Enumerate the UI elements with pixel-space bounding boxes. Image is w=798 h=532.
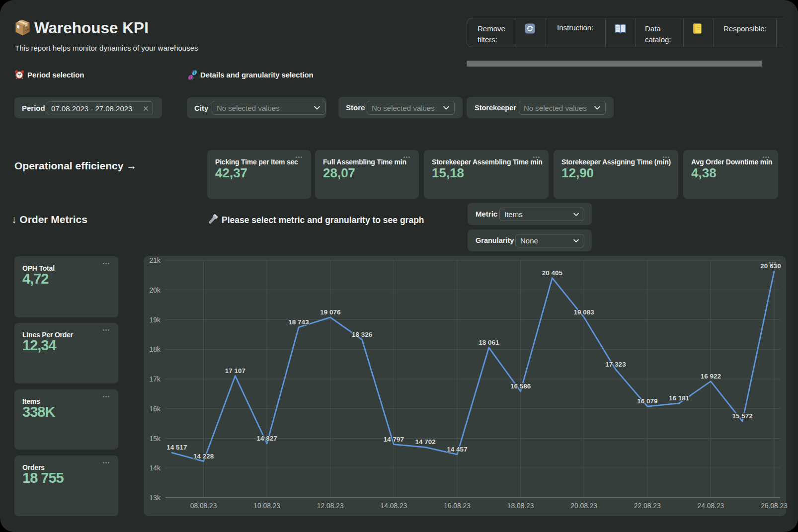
svg-text:18.08.23: 18.08.23 <box>507 502 534 510</box>
svg-text:14.08.23: 14.08.23 <box>381 502 407 510</box>
svg-text:19 083: 19 083 <box>574 308 595 316</box>
svg-text:14 797: 14 797 <box>384 436 404 443</box>
svg-text:20.08.23: 20.08.23 <box>570 502 597 510</box>
svg-text:19 076: 19 076 <box>320 308 341 316</box>
svg-text:17 323: 17 323 <box>605 361 626 368</box>
svg-text:14 517: 14 517 <box>166 444 187 451</box>
svg-text:20 630: 20 630 <box>760 262 781 270</box>
svg-text:18 326: 18 326 <box>352 331 373 338</box>
svg-text:12.08.23: 12.08.23 <box>317 502 344 510</box>
svg-text:17 107: 17 107 <box>225 367 245 375</box>
svg-text:15 572: 15 572 <box>732 412 753 420</box>
svg-text:08.08.23: 08.08.23 <box>190 502 217 510</box>
svg-text:20k: 20k <box>149 286 161 294</box>
svg-text:16.08.23: 16.08.23 <box>444 502 471 510</box>
svg-text:14k: 14k <box>149 464 161 472</box>
svg-text:13k: 13k <box>149 494 161 502</box>
svg-text:14 457: 14 457 <box>447 446 467 453</box>
svg-text:19k: 19k <box>149 316 161 324</box>
svg-text:14 228: 14 228 <box>193 453 214 460</box>
svg-text:16k: 16k <box>149 405 161 413</box>
svg-text:14 702: 14 702 <box>415 438 436 446</box>
svg-text:16 922: 16 922 <box>701 373 721 380</box>
svg-text:24.08.23: 24.08.23 <box>698 502 724 510</box>
svg-text:21k: 21k <box>149 256 161 264</box>
svg-text:16 181: 16 181 <box>669 394 690 402</box>
svg-text:18 061: 18 061 <box>479 339 499 346</box>
svg-text:26.08.23: 26.08.23 <box>761 502 788 510</box>
svg-text:10.08.23: 10.08.23 <box>253 502 280 510</box>
svg-text:18k: 18k <box>149 345 161 353</box>
svg-text:22.08.23: 22.08.23 <box>634 502 661 510</box>
svg-text:20 405: 20 405 <box>542 269 563 277</box>
svg-text:18 743: 18 743 <box>288 318 309 326</box>
svg-text:16 586: 16 586 <box>510 382 531 390</box>
svg-text:17k: 17k <box>149 375 161 383</box>
svg-text:16 079: 16 079 <box>637 397 657 405</box>
svg-text:14 827: 14 827 <box>257 435 277 442</box>
svg-text:15k: 15k <box>149 435 161 443</box>
